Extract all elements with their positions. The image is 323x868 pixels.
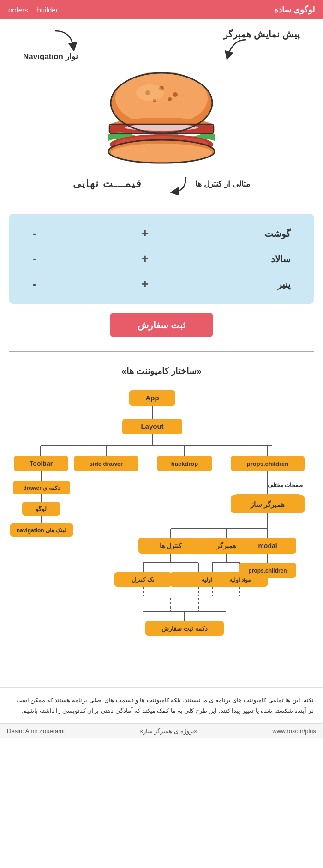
svg-text:صفحات مختلف: صفحات مختلف xyxy=(268,482,303,488)
nav-orders[interactable]: orders xyxy=(8,6,28,14)
cheese-label: پنیر xyxy=(254,279,291,290)
order-button[interactable]: ثبت سفارش xyxy=(110,313,214,337)
svg-text:لوگو: لوگو xyxy=(35,505,47,513)
hero-section: پیش نمایش همبرگر نوار Navigation xyxy=(0,19,323,209)
controls-example-label: مثالی از کنترل ها xyxy=(195,179,250,189)
salad-minus-btn[interactable]: - xyxy=(32,252,36,266)
svg-text:App: App xyxy=(145,394,159,402)
burger-illustration xyxy=(14,66,309,168)
controls-section: گوشت + - سالاد + - پنیر + - xyxy=(9,214,314,304)
svg-point-14 xyxy=(111,144,212,162)
structure-section: «ساختار کامپوننت ها» App Layout Toolbar … xyxy=(0,356,323,683)
svg-text:تک کنترل: تک کنترل xyxy=(132,576,155,584)
meat-plus-btn[interactable]: + xyxy=(142,226,149,241)
svg-text:side drawer: side drawer xyxy=(90,460,123,467)
footer-note-text: نکته: این ها تمامی کامپوننت های برنامه ی… xyxy=(16,697,314,714)
cheese-minus-btn[interactable]: - xyxy=(32,277,36,291)
footer-designer: Desin: Amir Zouerami xyxy=(7,728,65,735)
svg-text:همبرگر: همبرگر xyxy=(216,542,236,550)
svg-point-4 xyxy=(173,92,178,97)
svg-text:Layout: Layout xyxy=(141,422,163,430)
structure-title: «ساختار کامپوننت ها» xyxy=(5,366,318,376)
header-nav: builder orders xyxy=(8,6,58,14)
nav-builder[interactable]: builder xyxy=(37,6,58,14)
controls-row-cheese: پنیر + - xyxy=(23,271,300,297)
bottom-labels: مثالی از کنترل ها قیمـــت نهایی xyxy=(14,172,309,195)
arrow-down-left-icon xyxy=(170,175,191,195)
meat-label: گوشت xyxy=(254,228,291,239)
svg-point-7 xyxy=(136,84,164,101)
footer-website: www.roxo.ir/plus xyxy=(272,728,316,735)
svg-text:مواد اولیه: مواد اولیه xyxy=(229,577,251,583)
section-divider xyxy=(9,351,314,352)
svg-text:لینک های navigation: لینک های navigation xyxy=(17,527,67,534)
header: لوگوی ساده builder orders xyxy=(0,0,323,19)
svg-text:همبرگر ساز: همبرگر ساز xyxy=(250,500,285,509)
svg-text:modal: modal xyxy=(258,542,277,549)
svg-text:props.children: props.children xyxy=(247,460,288,467)
burger-svg xyxy=(102,66,221,168)
footer-note: نکته: این ها تمامی کامپوننت های برنامه ی… xyxy=(0,687,323,723)
svg-point-6 xyxy=(168,97,172,101)
final-price-label: قیمـــت نهایی xyxy=(73,178,142,190)
salad-plus-btn[interactable]: + xyxy=(142,252,149,266)
arrow-right-icon xyxy=(223,37,251,60)
navigation-bar-label: نوار Navigation xyxy=(23,52,78,61)
meat-minus-btn[interactable]: - xyxy=(32,226,36,241)
salad-label: سالاد xyxy=(254,253,291,265)
logo-text: لوگوی ساده xyxy=(274,5,315,15)
footer-bar: www.roxo.ir/plus «پروژه ی همبرگر ساز» De… xyxy=(0,723,323,738)
order-btn-container: ثبت سفارش xyxy=(0,313,323,337)
controls-row-salad: سالاد + - xyxy=(23,246,300,271)
svg-text:Toolbar: Toolbar xyxy=(30,460,53,467)
svg-text:دکمه ی drawer: دکمه ی drawer xyxy=(23,485,60,491)
component-tree-svg: App Layout Toolbar side drawer backdrop xyxy=(5,386,318,672)
svg-point-10 xyxy=(125,124,198,131)
hero-labels: پیش نمایش همبرگر نوار Navigation xyxy=(14,29,309,61)
svg-text:دکمه ثبت سفارش: دکمه ثبت سفارش xyxy=(162,625,207,633)
arrow-left-icon xyxy=(46,29,78,54)
svg-text:props.children: props.children xyxy=(248,567,287,574)
footer-project: «پروژه ی همبرگر ساز» xyxy=(140,728,197,735)
svg-text:backdrop: backdrop xyxy=(171,460,198,467)
controls-row-meat: گوشت + - xyxy=(23,221,300,246)
tree-diagram-container: App Layout Toolbar side drawer backdrop xyxy=(5,386,318,674)
cheese-plus-btn[interactable]: + xyxy=(142,277,149,291)
svg-text:کنترل ها: کنترل ها xyxy=(160,542,182,550)
